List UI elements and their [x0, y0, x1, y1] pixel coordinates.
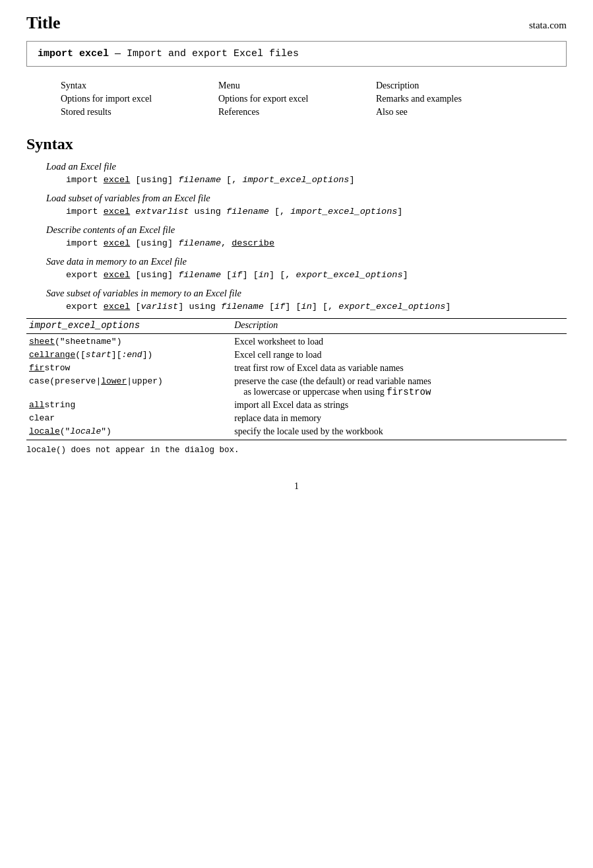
syntax-block-5: Save subset of variables in memory to an… — [26, 288, 567, 312]
nav-also-see[interactable]: Also see — [376, 107, 408, 117]
options-col-header: import_excel_options — [26, 319, 232, 334]
option-name: allstring — [26, 399, 232, 412]
option-desc: Excel cell range to load — [232, 349, 567, 362]
syntax-desc-1: Load an Excel file — [46, 161, 567, 172]
table-row: cellrange([start][:end]) Excel cell rang… — [26, 349, 567, 362]
nav-references[interactable]: References — [218, 107, 259, 117]
options-table: import_excel_options Description sheet("… — [26, 318, 567, 440]
syntax-section-heading: Syntax — [26, 135, 567, 153]
table-row: case(preserve|lower|upper) preserve the … — [26, 375, 567, 399]
nav-menu[interactable]: Menu — [218, 81, 240, 90]
syntax-block-4: Save data in memory to an Excel file exp… — [26, 256, 567, 280]
title-separator: — — [115, 48, 127, 59]
syntax-line-2: import excel extvarlist using filename [… — [66, 207, 567, 217]
syntax-line-1: import excel [using] filename [, import_… — [66, 175, 567, 185]
syntax-line-3: import excel [using] filename, describe — [66, 238, 567, 248]
syntax-line-4: export excel [using] filename [if] [in] … — [66, 270, 567, 280]
nav-options-export[interactable]: Options for export excel — [218, 94, 308, 104]
option-desc: replace data in memory — [232, 412, 567, 425]
stata-com-label: stata.com — [529, 20, 567, 31]
table-row: locale("locale") specify the locale used… — [26, 425, 567, 440]
option-name: firstrow — [26, 362, 232, 375]
description-col-header: Description — [232, 319, 567, 334]
table-row: allstring import all Excel data as strin… — [26, 399, 567, 412]
nav-syntax[interactable]: Syntax — [61, 81, 86, 90]
page-header: Title stata.com — [26, 13, 567, 33]
nav-description[interactable]: Description — [376, 81, 419, 90]
option-desc: treat first row of Excel data as variabl… — [232, 362, 567, 375]
title-command: import excel — [38, 48, 109, 59]
option-name: case(preserve|lower|upper) — [26, 375, 232, 399]
nav-options-import[interactable]: Options for import excel — [61, 94, 152, 104]
option-name: locale("locale") — [26, 425, 232, 440]
footer-note: locale() does not appear in the dialog b… — [26, 446, 567, 455]
option-desc: import all Excel data as strings — [232, 399, 567, 412]
title-description: Import and export Excel files — [127, 48, 299, 59]
syntax-line-5: export excel [varlist] using filename [i… — [66, 302, 567, 312]
syntax-block-2: Load subset of variables from an Excel f… — [26, 193, 567, 217]
table-row: sheet("sheetname") Excel worksheet to lo… — [26, 334, 567, 349]
table-row: clear replace data in memory — [26, 412, 567, 425]
syntax-block-1: Load an Excel file import excel [using] … — [26, 161, 567, 185]
syntax-desc-4: Save data in memory to an Excel file — [46, 256, 567, 267]
table-row: firstrow treat first row of Excel data a… — [26, 362, 567, 375]
option-name: clear — [26, 412, 232, 425]
nav-table: Syntax Menu Description Options for impo… — [59, 79, 534, 119]
syntax-block-3: Describe contents of an Excel file impor… — [26, 224, 567, 248]
nav-stored-results[interactable]: Stored results — [61, 107, 111, 117]
syntax-desc-5: Save subset of variables in memory to an… — [46, 288, 567, 299]
syntax-desc-3: Describe contents of an Excel file — [46, 224, 567, 236]
option-name: sheet("sheetname") — [26, 334, 232, 349]
options-table-header: import_excel_options Description — [26, 319, 567, 334]
nav-remarks[interactable]: Remarks and examples — [376, 94, 462, 104]
title-box: import excel — Import and export Excel f… — [26, 41, 567, 67]
option-desc: preserve the case (the default) or read … — [232, 375, 567, 399]
syntax-desc-2: Load subset of variables from an Excel f… — [46, 193, 567, 204]
option-name: cellrange([start][:end]) — [26, 349, 232, 362]
page-number: 1 — [26, 481, 567, 492]
option-desc: specify the locale used by the workbook — [232, 425, 567, 440]
option-desc: Excel worksheet to load — [232, 334, 567, 349]
page-title: Title — [26, 13, 61, 33]
